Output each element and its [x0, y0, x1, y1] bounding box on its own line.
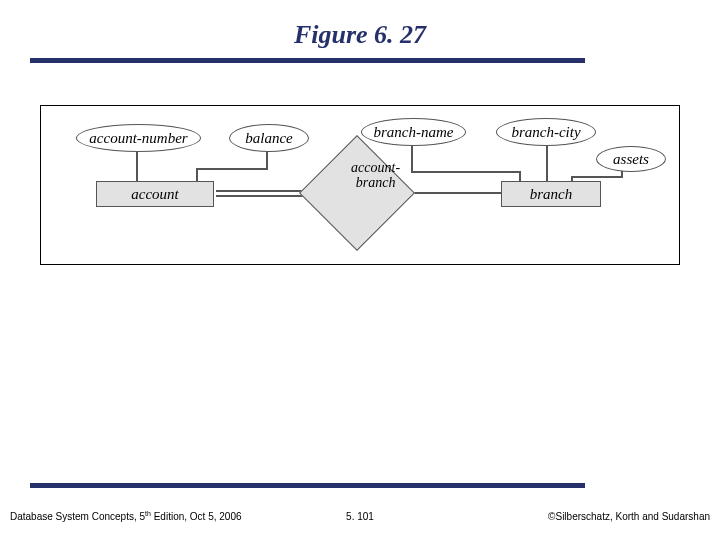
edge	[519, 171, 521, 181]
footer-divider	[30, 483, 585, 488]
title-underline	[30, 58, 585, 63]
edge	[411, 171, 521, 173]
footer-copyright: ©Silberschatz, Korth and Sudarshan	[548, 511, 710, 522]
attr-branch-name: branch-name	[361, 118, 466, 146]
edge	[196, 168, 198, 181]
edge	[546, 141, 548, 181]
edge	[571, 176, 623, 178]
rel-account-branch: account- branch	[299, 135, 415, 251]
edge	[196, 168, 268, 170]
entity-account: account	[96, 181, 214, 207]
entity-branch: branch	[501, 181, 601, 207]
er-diagram: account-number balance branch-name branc…	[40, 105, 680, 265]
slide: Figure 6. 27 account-number balance bran…	[0, 0, 720, 540]
attr-account-number: account-number	[76, 124, 201, 152]
attr-branch-city: branch-city	[496, 118, 596, 146]
rel-account-branch-label: account- branch	[335, 161, 417, 190]
slide-title: Figure 6. 27	[0, 20, 720, 50]
attr-balance: balance	[229, 124, 309, 152]
attr-assets: assets	[596, 146, 666, 172]
